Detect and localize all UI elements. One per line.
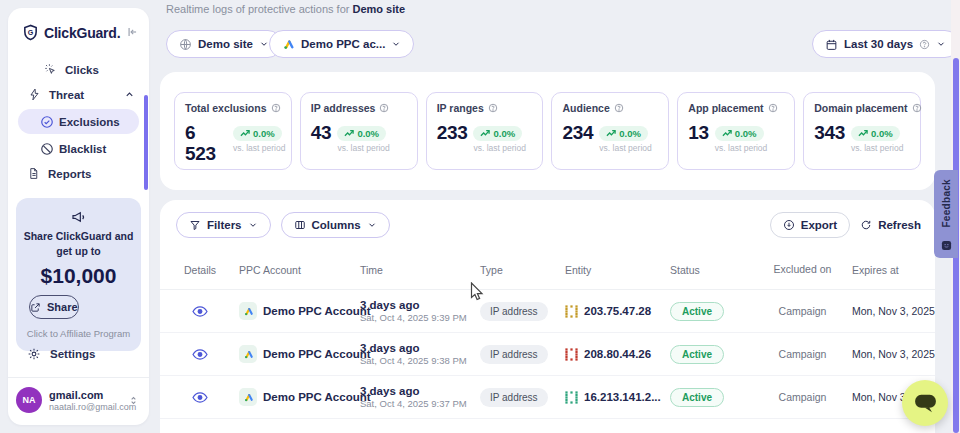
help-icon[interactable] <box>488 103 498 113</box>
stat-delta: 0.0% <box>493 128 515 139</box>
type-badge: IP address <box>480 388 548 407</box>
site-filter-label: Demo site <box>198 38 253 50</box>
stat-label: IP addresses <box>311 102 376 114</box>
view-details-eye-icon[interactable] <box>184 391 239 404</box>
stat-label: Domain placement <box>814 102 907 114</box>
view-details-eye-icon[interactable] <box>184 305 239 318</box>
site-filter-dropdown[interactable]: Demo site <box>166 30 282 58</box>
account-switcher[interactable]: NA gmail.com naatali.ro@gmail.com <box>8 378 149 425</box>
sidebar-item-settings[interactable]: Settings <box>8 341 149 367</box>
nav-label: Reports <box>48 168 91 180</box>
columns-icon <box>294 219 306 231</box>
feedback-tab[interactable]: Feedback <box>934 170 958 258</box>
table-row: Demo PPC Account 3 days ago Sat, Oct 4, … <box>160 376 935 419</box>
chat-widget-button[interactable] <box>902 380 948 426</box>
stat-delta: 0.0% <box>871 128 893 139</box>
collapse-sidebar-icon[interactable] <box>125 25 139 39</box>
subtitle-text: Realtime logs of protective actions for <box>166 3 349 15</box>
account-name: Demo PPC Account <box>263 348 371 360</box>
globe-icon <box>179 38 192 51</box>
chevron-down-icon <box>936 39 946 49</box>
table-header-row: Details PPC Account Time Type Entity Sta… <box>160 250 935 290</box>
entity-value: 16.213.141.2... <box>584 391 661 403</box>
stat-delta: 0.0% <box>735 128 757 139</box>
type-badge: IP address <box>480 302 548 321</box>
user-email: naatali.ro@gmail.com <box>49 402 128 412</box>
sidebar-item-exclusions[interactable]: Exclusions <box>18 109 139 134</box>
document-icon <box>27 167 40 180</box>
chevron-down-icon <box>367 220 377 230</box>
stat-sub: vs. last period <box>599 143 651 153</box>
chevron-down-icon <box>248 220 258 230</box>
chat-bubble-icon <box>914 394 937 413</box>
stat-value: 13 <box>688 123 709 144</box>
col-header-entity: Entity <box>565 264 670 276</box>
date-range-label: Last 30 days <box>844 38 913 50</box>
excluded-on-value: Campaign <box>765 391 840 403</box>
user-name: gmail.com <box>49 389 128 401</box>
stat-card-audience: Audience 234 0.0% vs. last period <box>551 92 669 170</box>
table-row: Demo PPC Account 3 days ago Sat, Oct 4, … <box>160 290 935 333</box>
nav-label: Threat <box>49 89 84 101</box>
chevron-down-icon <box>259 39 269 49</box>
google-ads-icon <box>239 302 257 320</box>
trend-up-icon <box>480 129 490 137</box>
sidebar-item-threat[interactable]: Threat <box>8 82 149 107</box>
trend-up-icon <box>606 129 616 137</box>
sidebar-item-reports[interactable]: Reports <box>8 161 149 186</box>
sidebar-scrollbar-thumb[interactable] <box>144 95 148 190</box>
stat-sub: vs. last period <box>233 143 281 153</box>
ppc-account-filter-dropdown[interactable]: Demo PPC ac... <box>269 30 414 58</box>
time-relative: 3 days ago <box>360 299 480 311</box>
svg-text:G: G <box>28 29 34 37</box>
share-button[interactable]: Share <box>29 295 79 319</box>
time-relative: 3 days ago <box>360 385 480 397</box>
columns-button[interactable]: Columns <box>281 212 390 238</box>
affiliate-promo-card[interactable]: Share ClickGuard and get up to $10,000 S… <box>16 198 141 351</box>
sidebar-item-clicks[interactable]: Clicks <box>8 57 149 82</box>
filters-button[interactable]: Filters <box>176 212 271 238</box>
stat-label: IP ranges <box>437 102 484 114</box>
export-button[interactable]: Export <box>770 212 850 238</box>
date-range-dropdown[interactable]: Last 30 days <box>812 30 959 58</box>
stat-delta: 0.0% <box>357 128 379 139</box>
expires-at-value: Mon, Nov 3, 2025 <box>840 348 935 360</box>
entity-value: 203.75.47.28 <box>584 305 651 317</box>
help-icon[interactable] <box>614 103 624 113</box>
help-icon[interactable] <box>912 103 922 113</box>
view-details-eye-icon[interactable] <box>184 348 239 361</box>
stat-sub: vs. last period <box>851 143 903 153</box>
col-header-status: Status <box>670 264 765 276</box>
stat-card-ip-addresses: IP addresses 43 0.0% vs. last period <box>300 92 418 170</box>
entity-value: 208.80.44.26 <box>584 348 651 360</box>
col-header-expires-at: Expires at <box>840 264 923 276</box>
promo-footnote: Click to Affiliate Program <box>23 328 134 339</box>
filters-label: Filters <box>207 219 242 231</box>
col-header-ppc-account: PPC Account <box>239 264 360 276</box>
refresh-icon <box>860 219 872 231</box>
time-relative: 3 days ago <box>360 342 480 354</box>
ppc-filter-label: Demo PPC ac... <box>301 38 385 50</box>
stat-value: 6 523 <box>185 123 227 165</box>
google-ads-icon <box>282 38 295 51</box>
refresh-button[interactable]: Refresh <box>860 219 921 231</box>
time-absolute: Sat, Oct 4, 2025 9:39 PM <box>360 312 480 323</box>
status-badge: Active <box>670 345 724 364</box>
prohibit-icon <box>40 142 54 156</box>
ip-identicon <box>565 305 578 318</box>
help-icon[interactable] <box>768 103 778 113</box>
export-download-icon <box>783 219 795 231</box>
sidebar-item-blacklist[interactable]: Blacklist <box>8 136 149 161</box>
stats-panel: Total exclusions 6 523 0.0% vs. last per… <box>160 72 935 190</box>
export-label: Export <box>801 219 837 231</box>
help-icon[interactable] <box>379 103 389 113</box>
stat-sub: vs. last period <box>715 143 767 153</box>
logo: G ClickGuard. <box>8 8 149 51</box>
stat-value: 234 <box>562 123 593 144</box>
trend-up-icon <box>858 129 868 137</box>
promo-amount: $10,000 <box>23 264 134 288</box>
stat-sub: vs. last period <box>337 143 389 153</box>
nav-label: Exclusions <box>59 116 120 128</box>
funnel-icon <box>189 219 201 231</box>
help-icon[interactable] <box>271 103 281 113</box>
